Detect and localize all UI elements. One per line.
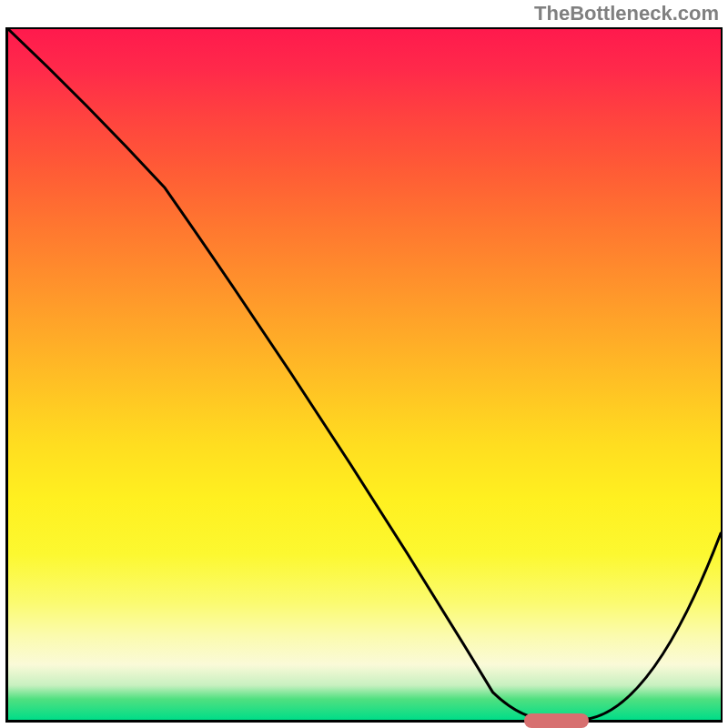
bottleneck-curve-line bbox=[8, 29, 721, 720]
chart-plot-area bbox=[5, 27, 723, 723]
curve-path bbox=[8, 29, 721, 720]
watermark-text: TheBottleneck.com bbox=[534, 2, 719, 25]
optimal-range-marker bbox=[524, 713, 589, 728]
